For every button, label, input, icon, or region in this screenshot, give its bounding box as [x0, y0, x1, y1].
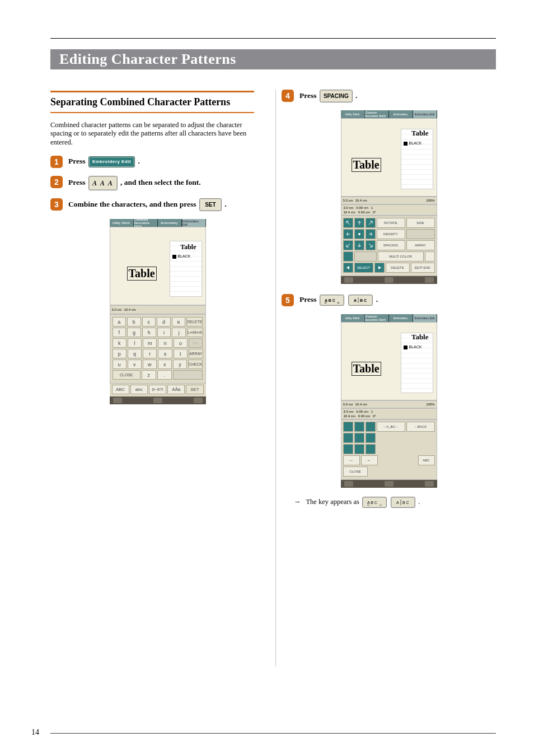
multicolor-button[interactable]: MULTI COLOR — [378, 251, 424, 262]
center-button[interactable] — [354, 229, 364, 239]
move-up-button[interactable] — [354, 218, 364, 228]
key-b[interactable]: b — [127, 317, 141, 326]
tab-utility[interactable]: Utility Stitch — [341, 110, 365, 118]
key-j[interactable]: j — [172, 328, 186, 337]
screenshot-keyboard: Utility Stitch Character Decorative Stit… — [110, 219, 206, 404]
move-diag-dl-button[interactable] — [343, 240, 353, 250]
tab-decorative[interactable]: Character Decorative Stitch — [365, 110, 389, 118]
tab-embroidery[interactable]: Embroidery — [389, 314, 413, 322]
cursor-move-button[interactable]: ←A_BC→ — [377, 422, 405, 432]
font-select-button[interactable]: A A A — [88, 176, 118, 190]
key-m[interactable]: m — [143, 338, 157, 348]
move-diag-dr-button[interactable] — [366, 444, 376, 454]
separate-left-button[interactable]: A B C — [320, 295, 344, 306]
move-down-button[interactable] — [354, 240, 364, 250]
move-down-button[interactable] — [354, 444, 364, 454]
abc-button[interactable]: ABC — [418, 455, 435, 465]
move-up-button[interactable] — [354, 422, 364, 432]
tab-embroidery-edit[interactable]: Embroidery Edit — [413, 314, 437, 322]
key-v[interactable]: v — [128, 360, 142, 369]
separate-cursor-button[interactable]: A|BC — [361, 455, 378, 465]
bottom-set-button[interactable]: SET — [186, 385, 203, 394]
key-t[interactable]: t — [174, 349, 188, 358]
next-select-button[interactable] — [374, 263, 385, 273]
key-check[interactable]: CHECK — [188, 360, 203, 369]
delete-button[interactable]: DELETE — [386, 263, 410, 273]
key-d[interactable]: d — [157, 317, 171, 326]
tab-embroidery[interactable]: Embroidery — [389, 110, 413, 118]
separate-left-button-result[interactable]: A B C — [362, 497, 387, 508]
key-r[interactable]: r — [143, 349, 157, 358]
select-button[interactable]: SELECT — [354, 263, 373, 273]
key-k[interactable]: k — [113, 338, 127, 348]
separate-cursor-button-result[interactable]: AB C — [391, 497, 415, 508]
move-right-button[interactable] — [366, 229, 376, 239]
key-z[interactable]: z — [142, 370, 156, 380]
tab-utility[interactable]: Utility Stitch — [341, 314, 365, 322]
mode-numsym[interactable]: 0~9?! — [149, 385, 166, 394]
key-a[interactable]: a — [113, 317, 127, 326]
section-rule-top — [50, 91, 254, 92]
key-o[interactable]: o — [174, 338, 188, 348]
key-case[interactable]: abc — [189, 338, 203, 348]
key-s[interactable]: s — [158, 349, 172, 358]
prev-select-button[interactable] — [343, 263, 353, 273]
spacing-button[interactable]: SPACING — [320, 90, 353, 102]
key-l[interactable]: l — [128, 338, 142, 348]
color-button[interactable] — [343, 251, 353, 262]
move-diag-ul-button[interactable] — [343, 422, 353, 432]
key-y[interactable]: y — [173, 360, 187, 369]
density-button[interactable]: DENSITY — [377, 229, 405, 239]
mirror-button[interactable] — [406, 229, 435, 239]
key-size[interactable]: L⇔M⇔S — [187, 328, 203, 337]
key-x[interactable]: x — [158, 360, 172, 369]
key-q[interactable]: q — [128, 349, 142, 358]
embroidery-edit-button[interactable]: Embroidery Edit — [88, 156, 135, 167]
key-array[interactable]: ARRAY — [189, 349, 203, 358]
key-p[interactable]: p — [113, 349, 127, 358]
key-g[interactable]: g — [127, 328, 141, 337]
move-left-button[interactable] — [343, 229, 353, 239]
tab-embroidery[interactable]: Embroidery — [158, 219, 182, 227]
set-button[interactable]: SET — [199, 198, 222, 211]
design-word: Table — [352, 158, 381, 172]
key-f[interactable]: f — [113, 328, 127, 337]
separate-left-button[interactable]: A B C — [343, 455, 360, 465]
back-button[interactable]: ←BACK — [406, 422, 435, 432]
edit-end-button[interactable]: EDIT END — [411, 263, 435, 273]
spacing-button[interactable]: SPACING — [377, 240, 405, 250]
key-h[interactable]: h — [142, 328, 156, 337]
size-button[interactable]: SIZE — [406, 218, 435, 228]
key-i[interactable]: i — [157, 328, 171, 337]
move-left-button[interactable] — [343, 433, 353, 443]
tab-embroidery-edit[interactable]: Embroidery Edit — [413, 110, 437, 118]
key-spacer — [173, 370, 203, 380]
tab-embroidery-edit[interactable]: Embroidery Edit — [182, 219, 206, 227]
close-button[interactable]: CLOSE — [343, 466, 368, 477]
tab-decorative[interactable]: Character Decorative Stitch — [365, 314, 389, 322]
move-right-button[interactable] — [366, 433, 376, 443]
rotate-button[interactable]: ROTATE — [377, 218, 405, 228]
key-n[interactable]: n — [158, 338, 172, 348]
move-diag-dl-button[interactable] — [343, 444, 353, 454]
array-button[interactable]: ARRAY — [406, 240, 435, 250]
key-e[interactable]: e — [172, 317, 186, 326]
key-w[interactable]: w — [143, 360, 157, 369]
key-c[interactable]: c — [142, 317, 156, 326]
move-diag-ur-button[interactable] — [366, 218, 376, 228]
separate-cursor-button[interactable]: AB C — [348, 295, 373, 306]
tab-utility[interactable]: Utility Stitch — [110, 219, 134, 227]
mode-accents[interactable]: ÄÅä — [167, 385, 185, 394]
key-u[interactable]: u — [113, 360, 127, 369]
mode-lower[interactable]: abc — [130, 385, 148, 394]
key-dot[interactable]: . — [157, 370, 172, 380]
thread-button[interactable] — [425, 251, 435, 262]
key-close[interactable]: CLOSE — [113, 370, 140, 380]
mode-upper[interactable]: ABC — [112, 385, 129, 394]
key-delete[interactable]: DELETE — [186, 317, 203, 326]
tab-decorative[interactable]: Character Decorative Stitch — [134, 219, 158, 227]
move-diag-dr-button[interactable] — [366, 240, 376, 250]
move-diag-ur-button[interactable] — [366, 422, 376, 432]
center-button[interactable] — [354, 433, 364, 443]
move-diag-ul-button[interactable] — [343, 218, 353, 228]
